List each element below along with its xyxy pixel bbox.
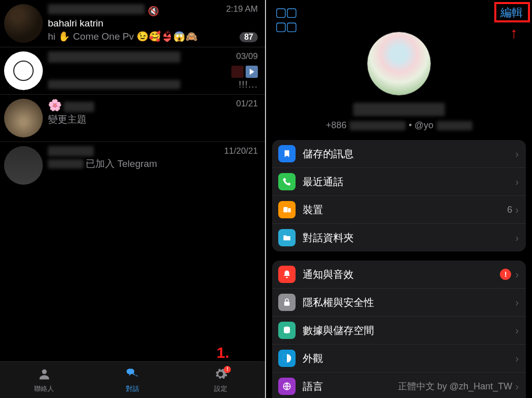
settings-row-lock[interactable]: 隱私權與安全性› (272, 289, 526, 317)
profile-info: +886 • @yo (326, 120, 472, 131)
settings-group-1: 儲存的訊息›最近通話›裝置6›對話資料夾› (272, 140, 526, 251)
avatar[interactable] (4, 146, 43, 185)
redacted-phone (350, 121, 406, 130)
settings-row-phone[interactable]: 最近通話› (272, 168, 526, 196)
preview-video-icon (246, 66, 258, 78)
settings-row-globe[interactable]: 語言正體中文 by @zh_Hant_TW› (272, 373, 526, 398)
settings-row-db[interactable]: 數據與儲存空間› (272, 317, 526, 345)
joined-text: 已加入 Telegram (86, 157, 157, 170)
svg-rect-1 (283, 207, 287, 213)
chat-preview: hi ✋ Come One Pv 😉🥰👙😱🙈 (48, 31, 198, 42)
chat-preview: 變更主題 (48, 113, 258, 126)
chats-screen: 🔇 2:19 AM bahalri katrin hi ✋ Come One P… (0, 0, 266, 398)
tab-chats[interactable]: 對話 (88, 367, 176, 393)
phone-icon (278, 173, 296, 190)
row-value: 6 (507, 205, 512, 215)
row-label: 對話資料夾 (303, 231, 515, 245)
row-value: 正體中文 by @zh_Hant_TW (398, 380, 512, 392)
chat-item[interactable]: 🌸 01/21 變更主題 (0, 95, 265, 142)
chevron-right-icon: › (515, 353, 519, 364)
username-prefix: • @yo (409, 120, 434, 131)
row-label: 最近通話 (303, 175, 515, 189)
preview-thumb-icon (231, 66, 244, 78)
redacted-name (48, 146, 94, 156)
chat-time: 03/09 (236, 51, 258, 62)
settings-row-folder[interactable]: 對話資料夾› (272, 224, 526, 251)
avatar[interactable] (4, 4, 43, 43)
row-label: 儲存的訊息 (303, 147, 515, 161)
chevron-right-icon: › (515, 204, 519, 216)
chevron-right-icon: › (515, 297, 519, 308)
chevron-right-icon: › (515, 269, 519, 280)
chat-sender: bahalri katrin (48, 18, 258, 29)
avatar[interactable] (4, 99, 43, 137)
row-label: 外觀 (303, 352, 515, 365)
qr-icon[interactable]: ▢▢▢▢ (275, 5, 297, 34)
chat-item[interactable]: 03/09 !!!... (0, 47, 265, 95)
chevron-right-icon: › (515, 325, 519, 336)
settings-screen: ▢▢▢▢ 編輯 ↑ +886 • @yo 儲存的訊息›最近通話›裝置6›對話資料… (266, 0, 532, 398)
chat-bubbles-icon (125, 367, 140, 383)
db-icon (278, 322, 296, 339)
bell-icon (278, 266, 296, 283)
redacted-name (64, 102, 94, 112)
row-label: 語言 (303, 380, 398, 393)
alert-badge: ! (500, 269, 511, 280)
redacted-preview (48, 80, 180, 89)
annotation-step-1: 1. (217, 344, 229, 361)
redacted-name (353, 103, 445, 116)
settings-row-bell[interactable]: 通知與音效!› (272, 261, 526, 289)
bookmark-icon (278, 145, 296, 162)
folder-icon (278, 229, 296, 246)
redacted-username (437, 121, 472, 130)
settings-row-bookmark[interactable]: 儲存的訊息› (272, 140, 526, 168)
svg-rect-3 (284, 302, 290, 306)
tab-bar: 聯絡人 對話 ! 設定 (0, 361, 265, 398)
redacted-preview (48, 159, 84, 168)
row-label: 通知與音效 (303, 268, 500, 281)
svg-point-0 (42, 369, 46, 374)
tab-settings[interactable]: ! 設定 (177, 367, 265, 393)
chat-time: 11/20/21 (224, 146, 258, 156)
row-label: 裝置 (303, 203, 507, 217)
chat-list: 🔇 2:19 AM bahalri katrin hi ✋ Come One P… (0, 0, 265, 189)
chevron-right-icon: › (515, 148, 519, 160)
flower-icon: 🌸 (48, 99, 62, 111)
alert-dot-icon: ! (224, 366, 231, 373)
annotation-box (494, 2, 530, 22)
phone-prefix: +886 (326, 120, 347, 131)
person-icon (37, 367, 51, 383)
chat-time: 2:19 AM (226, 4, 258, 14)
tab-contacts[interactable]: 聯絡人 (0, 367, 88, 393)
settings-row-half[interactable]: 外觀› (272, 345, 526, 373)
chevron-right-icon: › (515, 232, 519, 244)
unread-badge: 87 (240, 32, 258, 42)
profile-photo[interactable] (367, 32, 431, 96)
chat-time: 01/21 (236, 99, 258, 109)
annotation-arrow-icon: ↑ (510, 24, 518, 42)
redacted-name (48, 51, 180, 63)
gear-icon: ! (214, 367, 228, 383)
preview-trailing: !!!... (238, 79, 258, 90)
avatar[interactable] (4, 51, 43, 90)
lock-icon (278, 294, 296, 311)
chevron-right-icon: › (515, 381, 519, 392)
row-label: 隱私權與安全性 (303, 296, 515, 309)
chat-item[interactable]: 🔇 2:19 AM bahalri katrin hi ✋ Come One P… (0, 0, 265, 47)
muted-icon: 🔇 (148, 6, 159, 16)
chevron-right-icon: › (515, 176, 519, 188)
globe-icon (278, 378, 296, 395)
tab-label: 設定 (214, 384, 227, 393)
tab-label: 聯絡人 (34, 384, 54, 393)
svg-rect-2 (288, 208, 290, 212)
redacted-name (48, 4, 145, 14)
row-label: 數據與儲存空間 (303, 324, 515, 337)
half-icon (278, 350, 296, 367)
device-icon (278, 201, 296, 218)
profile-header: +886 • @yo (266, 32, 532, 131)
chat-preview: 已加入 Telegram (48, 157, 258, 170)
settings-group-2: 通知與音效!›隱私權與安全性›數據與儲存空間›外觀›語言正體中文 by @zh_… (272, 261, 526, 398)
chat-item[interactable]: 11/20/21 已加入 Telegram (0, 142, 265, 189)
tab-label: 對話 (126, 384, 139, 393)
settings-row-device[interactable]: 裝置6› (272, 196, 526, 224)
